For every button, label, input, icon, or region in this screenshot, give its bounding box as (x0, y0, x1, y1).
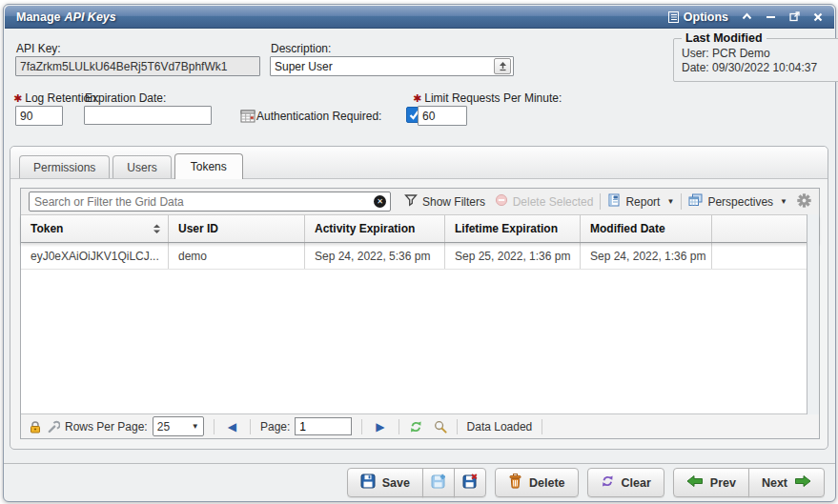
api-key-field[interactable] (15, 56, 260, 76)
next-button[interactable]: Next (748, 468, 825, 497)
chevron-down-icon: ▼ (666, 197, 674, 206)
close-icon[interactable] (813, 12, 823, 22)
popout-icon[interactable] (789, 11, 800, 22)
cell-modified-date[interactable]: Sep 24, 2022, 1:36 pm (581, 243, 712, 269)
cell-lifetime-expiration[interactable]: Sep 25, 2022, 1:36 pm (445, 243, 581, 269)
next-arrow-icon (794, 474, 811, 491)
toolbar-separator (681, 193, 682, 210)
show-filters-button[interactable]: Show Filters (404, 193, 485, 210)
options-label: Options (684, 10, 728, 24)
required-icon: ✱ (413, 92, 421, 104)
column-header-activity-expiration[interactable]: Activity Expiration (305, 215, 445, 242)
limit-requests-field[interactable] (418, 106, 467, 126)
grid-scrollbar[interactable] (807, 214, 819, 414)
grid-footer: Rows Per Page: 25 ▼ ◀ Page: ▶ Data Loade… (21, 413, 819, 438)
grid-search-wrap: ✕ (29, 192, 391, 212)
column-header-token[interactable]: Token (21, 215, 169, 242)
description-label: Description: (271, 42, 331, 55)
column-header-user-id[interactable]: User ID (169, 215, 305, 242)
column-header-modified-date[interactable]: Modified Date (581, 215, 712, 242)
tab-users[interactable]: Users (112, 155, 171, 178)
options-button[interactable]: Options (668, 10, 728, 24)
save-and-new-button[interactable] (422, 468, 455, 497)
perspectives-icon (688, 193, 703, 210)
footer-separator (457, 419, 458, 434)
tokens-grid: ✕ Show Filters Delete Selected Report ▼ (20, 188, 820, 439)
gear-icon (797, 193, 811, 211)
footer-separator (542, 419, 542, 434)
tab-strip: Permissions Users Tokens (10, 147, 828, 179)
prev-next-group: Prev Next (673, 468, 825, 497)
calendar-icon[interactable] (240, 109, 255, 123)
rows-per-page-select[interactable]: 25 ▼ (153, 416, 204, 436)
manage-api-keys-dialog: ManageAPI Keys Options API Key: Descript… (3, 4, 836, 502)
column-header-filler (712, 215, 819, 242)
trash-icon (508, 474, 522, 492)
cell-activity-expiration[interactable]: Sep 24, 2022, 5:36 pm (305, 243, 445, 269)
cell-token[interactable]: eyJ0eXAiOiJKV1QiLCJ... (21, 243, 169, 269)
grid-status: Data Loaded (467, 420, 533, 433)
prev-arrow-icon (686, 474, 704, 491)
lock-icon[interactable] (29, 420, 42, 433)
last-modified-group: Last Modified User: PCR Demo Date: 09/30… (673, 31, 838, 82)
toolbar-separator (600, 193, 601, 210)
screen: ManageAPI Keys Options API Key: Descript… (0, 0, 838, 504)
grid-body: eyJ0eXAiOiJKV1QiLCJ... demo Sep 24, 2022… (21, 243, 819, 413)
options-list-icon (668, 11, 679, 23)
save-button[interactable]: Save (347, 468, 423, 497)
perspectives-dropdown[interactable]: Perspectives ▼ (688, 193, 787, 210)
filter-funnel-icon (404, 193, 418, 210)
chevron-down-icon: ▼ (192, 422, 199, 431)
tab-tokens[interactable]: Tokens (174, 153, 243, 179)
magnifier-icon[interactable] (434, 420, 447, 433)
save-close-icon (462, 474, 478, 492)
expiration-date-label: Expiration Date: (85, 91, 166, 105)
clear-button[interactable]: Clear (587, 468, 664, 497)
last-modified-legend: Last Modified (682, 31, 766, 45)
description-field[interactable] (271, 60, 494, 73)
expiration-date-field[interactable] (85, 109, 240, 122)
chevron-down-icon: ▼ (780, 197, 787, 206)
description-field-wrap (270, 56, 514, 76)
grid-search-input[interactable] (30, 195, 374, 209)
wrench-icon[interactable] (47, 420, 60, 433)
cell-user-id[interactable]: demo (169, 243, 305, 269)
clear-arrows-icon (601, 474, 615, 491)
tab-permissions[interactable]: Permissions (19, 155, 110, 178)
save-and-close-button[interactable] (454, 468, 486, 497)
sort-icon[interactable] (153, 224, 161, 234)
page-number-input[interactable] (295, 417, 352, 435)
delete-button[interactable]: Delete (495, 468, 579, 497)
required-icon: ✱ (13, 92, 22, 104)
last-modified-user: User: PCR Demo (682, 47, 832, 60)
minus-circle-icon (495, 193, 508, 210)
footer-separator (214, 419, 215, 434)
next-page-icon[interactable]: ▶ (372, 420, 388, 433)
limit-requests-label: ✱Limit Requests Per Minute: (413, 91, 562, 105)
clear-search-icon[interactable]: ✕ (374, 195, 386, 208)
report-dropdown[interactable]: Report ▼ (607, 193, 674, 210)
last-modified-date: Date: 09/30/2022 10:04:37 (682, 61, 832, 74)
dialog-title: ManageAPI Keys (16, 10, 116, 24)
save-button-group: Save (347, 468, 486, 497)
grid-settings-button[interactable] (797, 193, 811, 211)
table-row[interactable]: eyJ0eXAiOiJKV1QiLCJ... demo Sep 24, 2022… (21, 243, 819, 270)
footer-separator (399, 419, 399, 434)
footer-separator (250, 419, 251, 434)
save-disk-icon (360, 474, 376, 492)
save-plus-icon (431, 474, 446, 492)
collapse-icon[interactable] (742, 12, 752, 21)
delete-selected-button[interactable]: Delete Selected (495, 193, 594, 210)
char-picker-icon[interactable] (494, 58, 511, 74)
log-retention-field[interactable] (15, 106, 63, 126)
prev-page-icon[interactable]: ◀ (224, 420, 240, 433)
refresh-icon[interactable] (409, 420, 423, 433)
action-bar: Save Delete Clear Prev Next (4, 463, 835, 501)
titlebar: ManageAPI Keys Options (5, 6, 834, 29)
grid-toolbar: ✕ Show Filters Delete Selected Report ▼ (21, 189, 819, 215)
api-key-label: API Key: (16, 42, 61, 55)
column-header-lifetime-expiration[interactable]: Lifetime Expiration (445, 215, 581, 242)
prev-button[interactable]: Prev (673, 468, 749, 497)
minimize-icon[interactable] (766, 12, 776, 21)
expiration-date-wrap (84, 106, 212, 125)
